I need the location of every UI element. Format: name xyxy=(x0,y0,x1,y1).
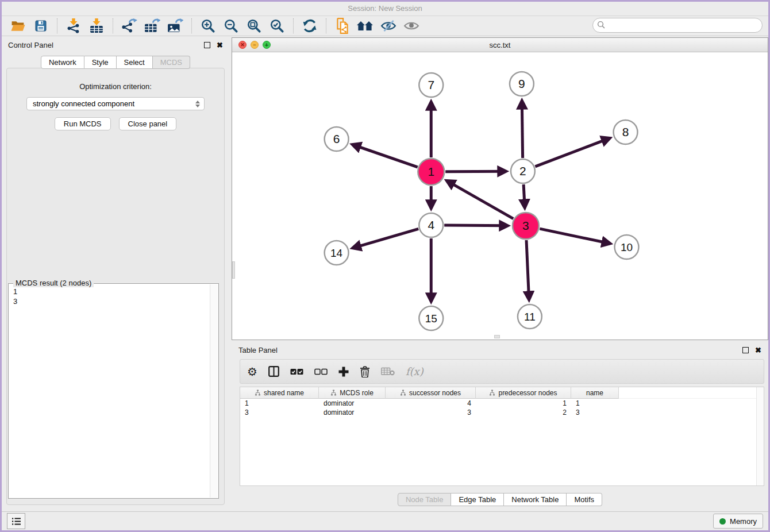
column-header-predecessor-nodes[interactable]: predecessor nodes xyxy=(476,387,571,399)
run-mcds-button[interactable]: Run MCDS xyxy=(55,117,111,130)
memory-button[interactable]: Memory xyxy=(713,514,763,529)
graph-edge-3-1[interactable] xyxy=(447,181,513,219)
add-column-icon[interactable] xyxy=(338,367,349,377)
cell-mcds-role: dominator xyxy=(319,408,386,417)
column-header-successor-nodes[interactable]: successor nodes xyxy=(386,387,476,399)
tab-node-table[interactable]: Node Table xyxy=(398,493,452,506)
graph-edge-3-10[interactable] xyxy=(540,229,610,244)
open-session-icon[interactable] xyxy=(9,18,27,34)
window-minimize-icon[interactable]: − xyxy=(251,41,259,49)
save-session-icon[interactable] xyxy=(32,18,50,34)
close-panel-button[interactable]: Close panel xyxy=(119,117,177,130)
mcds-result-box: MCDS result (2 nodes) 13 xyxy=(8,283,219,499)
graph-node-label-11: 11 xyxy=(524,311,536,323)
graph-edge-3-11[interactable] xyxy=(526,240,529,299)
select-all-checkboxes-icon[interactable] xyxy=(290,368,303,375)
close-panel-icon[interactable]: ✖ xyxy=(217,41,223,49)
window-close-icon[interactable]: ✕ xyxy=(238,41,247,49)
cell-mcds-role: dominator xyxy=(319,399,386,407)
search-field-wrap xyxy=(592,18,763,33)
graph-edge-1-6[interactable] xyxy=(353,145,418,167)
graph-node-label-7: 7 xyxy=(428,78,434,91)
tab-motifs[interactable]: Motifs xyxy=(567,493,602,506)
cell-shared-name: 1 xyxy=(240,399,319,407)
result-scrollbar[interactable] xyxy=(210,284,218,498)
import-table-icon[interactable] xyxy=(87,18,106,34)
zoom-in-icon[interactable] xyxy=(199,18,217,34)
float-table-panel-icon[interactable] xyxy=(742,347,749,353)
export-image-icon[interactable] xyxy=(166,18,184,34)
graph-node-label-8: 8 xyxy=(622,125,629,138)
table-body: 1dominator4113dominator323 xyxy=(240,399,764,417)
graph-node-label-9: 9 xyxy=(518,77,525,90)
graph-edge-2-9[interactable] xyxy=(522,101,522,158)
tab-network[interactable]: Network xyxy=(41,56,84,69)
graph-edge-2-8[interactable] xyxy=(535,138,609,167)
splitter-handle-vertical[interactable] xyxy=(232,261,235,279)
mcds-result-lines: 13 xyxy=(10,285,209,497)
graph-node-label-14: 14 xyxy=(330,247,342,259)
column-header-name[interactable]: name xyxy=(571,387,619,399)
tab-mcds[interactable]: MCDS xyxy=(153,56,190,69)
toolbar-separator xyxy=(326,18,326,33)
tab-select[interactable]: Select xyxy=(117,56,153,69)
table-scrollbar[interactable] xyxy=(756,387,764,485)
network-window-titlebar[interactable]: scc.txt ✕ − + xyxy=(232,38,768,52)
hierarchy-icon xyxy=(489,390,495,396)
graph-edge-4-3[interactable] xyxy=(444,225,507,226)
cell-name: 1 xyxy=(571,399,619,407)
window-maximize-icon[interactable]: + xyxy=(263,41,271,49)
app-title-bar: Session: New Session xyxy=(2,2,768,16)
show-graphics-details-icon[interactable] xyxy=(402,18,421,34)
graph-node-label-1: 1 xyxy=(428,165,434,178)
graph-edge-1-2[interactable] xyxy=(445,171,506,172)
zoom-selected-icon[interactable] xyxy=(268,18,286,34)
search-icon xyxy=(597,21,606,29)
column-label: successor nodes xyxy=(409,389,461,397)
hierarchy-icon xyxy=(400,390,406,396)
function-builder-icon[interactable]: f(x) xyxy=(406,365,424,377)
clone-network-icon[interactable] xyxy=(333,18,352,34)
refresh-icon[interactable] xyxy=(301,18,319,34)
network-graph[interactable]: 7968124314101511 xyxy=(232,52,768,340)
column-header-mcds-role[interactable]: MCDS role xyxy=(319,387,386,399)
preferred-layout-icon[interactable] xyxy=(356,18,375,34)
table-settings-icon[interactable]: ⚙ xyxy=(247,366,257,377)
delete-table-icon[interactable] xyxy=(381,367,395,376)
export-table-icon[interactable] xyxy=(143,18,161,34)
cell-predecessor-nodes: 1 xyxy=(476,399,571,407)
zoom-out-icon[interactable] xyxy=(222,18,240,34)
optimization-criterion-label: Optimization criterion: xyxy=(7,82,224,91)
cell-name: 3 xyxy=(571,408,619,417)
optimization-criterion-select[interactable]: strongly connected component xyxy=(26,97,205,110)
hide-graphics-details-icon[interactable] xyxy=(379,18,398,34)
status-bar: Memory xyxy=(2,511,768,530)
window-frame xyxy=(0,0,770,2)
export-network-icon[interactable] xyxy=(120,18,138,34)
network-canvas[interactable]: 7968124314101511 xyxy=(232,52,768,340)
window-frame xyxy=(0,0,2,532)
dropdown-selected-value: strongly connected component xyxy=(33,99,134,108)
table-row[interactable]: 3dominator323 xyxy=(240,408,764,417)
task-history-button[interactable] xyxy=(7,513,25,529)
deselect-all-checkboxes-icon[interactable] xyxy=(314,368,328,375)
tab-edge-table[interactable]: Edge Table xyxy=(451,493,504,506)
import-network-icon[interactable] xyxy=(64,18,83,34)
graph-edge-4-14[interactable] xyxy=(353,229,418,248)
cell-shared-name: 3 xyxy=(240,408,319,417)
control-panel-header: Control Panel ✖ xyxy=(2,36,229,53)
close-table-panel-icon[interactable]: ✖ xyxy=(755,346,761,354)
hierarchy-icon xyxy=(330,390,337,396)
tab-style[interactable]: Style xyxy=(84,56,117,69)
split-view-icon[interactable] xyxy=(268,366,279,377)
zoom-fit-icon[interactable] xyxy=(245,18,263,34)
table-row[interactable]: 1dominator411 xyxy=(240,399,764,408)
tab-network-table[interactable]: Network Table xyxy=(504,493,567,506)
search-input[interactable] xyxy=(592,18,763,33)
column-header-shared-name[interactable]: shared name xyxy=(240,387,319,399)
splitter-handle-horizontal[interactable] xyxy=(494,335,500,338)
graph-edge-2-3[interactable] xyxy=(523,184,525,207)
float-panel-icon[interactable] xyxy=(204,42,210,48)
table-header-row: shared nameMCDS rolesuccessor nodesprede… xyxy=(240,387,764,399)
delete-column-icon[interactable] xyxy=(360,366,370,377)
